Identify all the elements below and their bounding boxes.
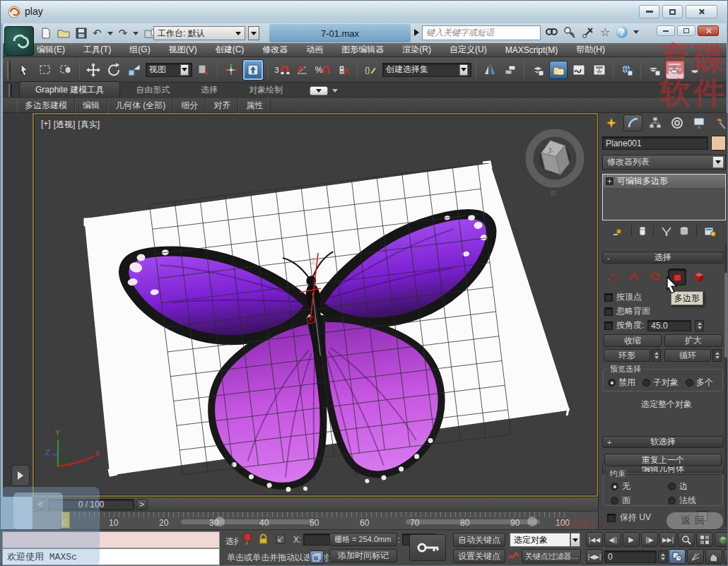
by-angle-checkbox[interactable] — [604, 322, 613, 330]
application-menu-button[interactable] — [4, 26, 34, 56]
time-configuration-button[interactable] — [669, 549, 686, 564]
auto-key-button[interactable]: 自动关键点 — [453, 533, 505, 547]
percent-snap-toggle-button[interactable]: % — [314, 61, 332, 79]
constraint-normal-radio[interactable] — [668, 497, 676, 505]
layer-manager-button[interactable] — [529, 61, 547, 79]
configure-modifier-sets-icon[interactable] — [704, 226, 716, 237]
use-pivot-center-button[interactable] — [194, 61, 213, 79]
tab-freeform[interactable]: 自由形式 — [120, 82, 185, 98]
edge-subobject-button[interactable] — [626, 269, 642, 285]
panel-scrollbar-thumb[interactable] — [724, 273, 728, 358]
hierarchy-tab-icon[interactable] — [645, 114, 664, 131]
search-expand-icon[interactable] — [414, 29, 419, 36]
soft-selection-rollout[interactable]: +软选择 — [602, 436, 724, 448]
menu-group[interactable]: 组(G) — [129, 44, 150, 56]
panel-polygon-modeling[interactable]: 多边形建模 — [17, 98, 75, 113]
perspective-viewport[interactable]: Z Y X Z 上 前 — [33, 113, 598, 497]
constraint-face-radio[interactable] — [611, 497, 618, 505]
undo-icon[interactable]: ↶ — [93, 27, 102, 40]
border-subobject-button[interactable] — [647, 269, 664, 285]
maximize-button[interactable] — [662, 5, 683, 18]
new-file-icon[interactable] — [40, 28, 52, 39]
selection-filter-caret[interactable] — [570, 533, 580, 547]
preserve-uv-checkbox[interactable] — [607, 514, 616, 522]
panel-subdivision[interactable]: 细分 — [173, 98, 206, 113]
app-minimize-button[interactable] — [657, 25, 675, 36]
menu-views[interactable]: 视图(V) — [169, 44, 197, 56]
utilities-tab-icon[interactable] — [711, 114, 728, 131]
select-and-move-button[interactable] — [84, 61, 102, 79]
key-icon[interactable] — [563, 26, 576, 39]
align-button[interactable] — [501, 61, 519, 79]
isolate-balloon-icon[interactable] — [242, 533, 252, 546]
object-color-swatch[interactable] — [711, 136, 726, 151]
preview-multi-radio[interactable] — [686, 379, 693, 387]
workspace-dropdown[interactable]: 工作台: 默认 — [153, 26, 245, 40]
mirror-button[interactable] — [481, 61, 499, 79]
time-slider-handle[interactable]: 0 / 100 — [48, 499, 134, 510]
curve-editor-button[interactable] — [570, 61, 588, 79]
named-selection-set-dropdown[interactable]: 创建选择集 — [382, 63, 471, 77]
select-by-name-button[interactable] — [57, 61, 75, 79]
previous-frame-button[interactable]: ◀|| — [604, 532, 621, 547]
preview-subobj-radio[interactable] — [642, 379, 650, 387]
stack-item-editable-poly[interactable]: 可编辑多边形 — [603, 175, 725, 188]
menu-create[interactable]: 创建(C) — [216, 44, 245, 56]
by-vertex-checkbox[interactable] — [604, 293, 613, 302]
menu-animation[interactable]: 动画 — [306, 44, 323, 56]
snap-toggle-3d-button[interactable]: 3 — [273, 61, 291, 79]
app-close-button[interactable] — [698, 25, 719, 36]
reference-coordinate-dropdown[interactable]: 视图 — [146, 63, 192, 77]
viewport-menu-pov[interactable]: [透视] — [54, 119, 76, 131]
angle-spinner[interactable] — [695, 320, 704, 331]
ribbon-minimize-button[interactable] — [310, 86, 328, 95]
menu-graph-editors[interactable]: 图形编辑器 — [341, 44, 384, 56]
selection-filter-dropdown[interactable]: 选定对象 — [510, 533, 570, 547]
ring-spinner[interactable] — [652, 349, 661, 362]
key-filters-button[interactable]: 关键点过滤器... — [522, 549, 581, 563]
help-icon[interactable]: ? — [616, 26, 628, 38]
rectangular-selection-region-button[interactable] — [36, 61, 54, 79]
menu-help[interactable]: 帮助(H) — [576, 44, 605, 56]
toolbar-grip[interactable] — [7, 61, 11, 79]
viewport-menu-shading[interactable]: [真实] — [78, 119, 100, 131]
panel-properties[interactable]: 属性 — [238, 98, 271, 113]
key-mode-toggle[interactable]: |◀▶| — [586, 549, 603, 564]
redo-caret-icon[interactable] — [133, 32, 139, 35]
undo-caret-icon[interactable] — [107, 32, 113, 35]
minimize-button[interactable] — [639, 5, 659, 18]
set-key-button[interactable]: 设置关键点 — [453, 549, 505, 563]
menu-customize[interactable]: 自定义(U) — [450, 44, 487, 56]
absolute-mode-icon[interactable] — [275, 533, 286, 545]
next-frame-button[interactable]: ||▶ — [641, 532, 658, 547]
object-name-field[interactable]: Plane001 — [602, 136, 708, 150]
loop-button[interactable]: 循环 — [664, 349, 711, 362]
titlebar[interactable]: play — [1, 1, 728, 23]
constraint-edge-radio[interactable] — [668, 483, 676, 490]
element-subobject-button[interactable] — [691, 269, 708, 285]
app-maximize-button[interactable] — [677, 25, 695, 36]
zoom-button[interactable] — [678, 532, 695, 547]
tab-object-paint[interactable]: 对象绘制 — [233, 82, 298, 98]
modifier-list-dropdown[interactable]: 修改器列表 — [602, 155, 726, 170]
grow-button[interactable]: 扩大 — [664, 334, 722, 347]
ribbon-grip[interactable] — [8, 84, 12, 97]
menu-edit[interactable]: 编辑(E) — [37, 44, 65, 56]
panel-align[interactable]: 对齐 — [206, 98, 238, 113]
select-and-scale-button[interactable] — [125, 61, 143, 79]
menu-tools[interactable]: 工具(T) — [83, 44, 111, 56]
spinner-snap-toggle-button[interactable] — [334, 61, 353, 79]
vertex-subobject-button[interactable] — [604, 269, 621, 285]
menu-modifiers[interactable]: 修改器 — [262, 44, 288, 56]
redo-icon[interactable]: ↷ — [119, 27, 128, 40]
search-input[interactable]: 键入关键字或短语 — [422, 25, 541, 40]
preview-disable-radio[interactable] — [608, 379, 616, 387]
viewport-layout-tab-button[interactable] — [11, 465, 30, 486]
ring-button[interactable]: 环形 — [604, 349, 650, 362]
zoom-all-button[interactable] — [696, 532, 713, 547]
zoom-extents-button[interactable] — [715, 532, 728, 547]
select-and-manipulate-button[interactable] — [222, 61, 240, 79]
goto-start-button[interactable]: |◀◀ — [586, 532, 603, 547]
modify-tab-icon[interactable] — [623, 114, 642, 131]
panel-edit[interactable]: 编辑 — [75, 98, 107, 113]
